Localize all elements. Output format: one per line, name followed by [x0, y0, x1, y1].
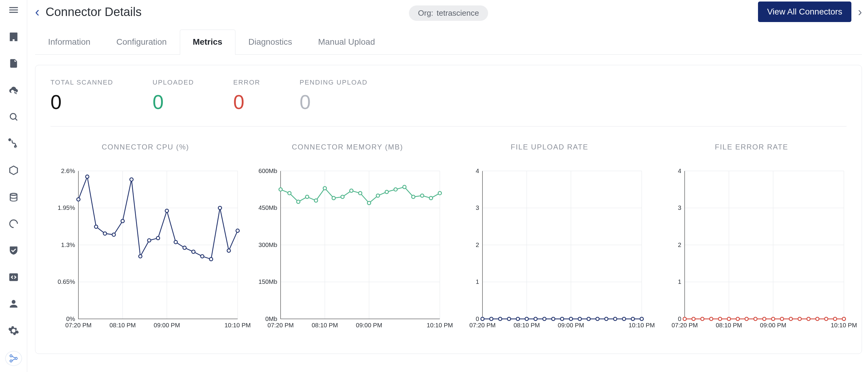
kpi-value: 0: [233, 91, 260, 113]
svg-point-67: [359, 192, 362, 195]
svg-point-100: [525, 317, 528, 321]
svg-text:10:10 PM: 10:10 PM: [629, 322, 655, 329]
kpi-error: ERROR 0: [233, 78, 260, 113]
svg-point-73: [411, 195, 415, 198]
chart-title: CONNECTOR MEMORY (MB): [253, 143, 443, 151]
chart-3: FILE ERROR RATE0123407:20 PM08:10 PM09:0…: [657, 143, 847, 337]
svg-point-61: [305, 195, 309, 198]
building-icon[interactable]: [6, 30, 21, 43]
svg-point-146: [807, 317, 810, 321]
svg-point-148: [825, 317, 828, 321]
svg-point-109: [605, 317, 608, 321]
svg-text:600Mb: 600Mb: [258, 168, 277, 174]
main-panel: ‹ Connector Details Org: tetrascience Vi…: [27, 0, 868, 372]
view-all-connectors-button[interactable]: View All Connectors: [758, 1, 851, 22]
svg-point-147: [815, 317, 819, 321]
svg-point-150: [842, 317, 845, 321]
svg-text:3: 3: [476, 204, 479, 211]
user-icon[interactable]: [6, 297, 21, 310]
chart-1: CONNECTOR MEMORY (MB)0Mb150Mb300Mb450Mb6…: [253, 143, 443, 337]
svg-text:0.65%: 0.65%: [58, 278, 75, 285]
svg-point-98: [507, 317, 511, 321]
svg-point-28: [139, 255, 142, 258]
forward-chevron-icon[interactable]: ›: [858, 5, 862, 19]
code-icon[interactable]: [6, 271, 21, 283]
svg-point-39: [236, 229, 239, 232]
database-icon[interactable]: [6, 191, 21, 203]
svg-point-21: [77, 198, 80, 201]
svg-point-66: [350, 189, 353, 192]
svg-text:08:10 PM: 08:10 PM: [716, 322, 742, 329]
menu-icon[interactable]: [6, 4, 21, 16]
svg-text:0: 0: [678, 315, 681, 322]
metrics-card: TOTAL SCANNED 0UPLOADED 0ERROR 0PENDING …: [35, 65, 862, 354]
chart-title: FILE UPLOAD RATE: [455, 143, 645, 151]
svg-text:1.3%: 1.3%: [61, 242, 75, 248]
chart-title: CONNECTOR CPU (%): [51, 143, 241, 151]
search-file-icon[interactable]: [6, 57, 21, 70]
svg-text:2: 2: [476, 242, 479, 248]
svg-point-107: [587, 317, 590, 321]
svg-point-63: [323, 187, 327, 190]
tab-information[interactable]: Information: [35, 30, 103, 55]
topbar: ‹ Connector Details Org: tetrascience Vi…: [35, 1, 862, 22]
svg-text:0%: 0%: [66, 315, 75, 322]
kpi-value: 0: [300, 91, 368, 113]
svg-text:450Mb: 450Mb: [258, 204, 277, 211]
svg-point-69: [376, 194, 379, 197]
svg-text:300Mb: 300Mb: [258, 242, 277, 248]
kpi-value: 0: [153, 91, 194, 113]
cloud-search-icon[interactable]: [6, 83, 21, 96]
tab-manual-upload[interactable]: Manual Upload: [305, 30, 388, 55]
svg-text:10:10 PM: 10:10 PM: [831, 322, 857, 329]
svg-point-133: [692, 317, 695, 321]
org-pill[interactable]: Org: tetrascience: [409, 5, 488, 21]
svg-point-99: [516, 317, 520, 321]
svg-point-31: [165, 209, 168, 212]
svg-point-74: [421, 194, 424, 197]
gear-icon[interactable]: [6, 324, 21, 337]
svg-point-142: [771, 317, 775, 321]
tabs: InformationConfigurationMetricsDiagnosti…: [35, 30, 862, 55]
kpi-value: 0: [51, 91, 113, 113]
svg-point-141: [763, 317, 766, 321]
svg-point-65: [341, 195, 344, 198]
svg-point-34: [192, 250, 195, 253]
svg-point-111: [622, 317, 626, 321]
svg-point-71: [394, 188, 397, 191]
svg-point-108: [596, 317, 599, 321]
svg-text:0Mb: 0Mb: [265, 315, 277, 322]
svg-point-102: [543, 317, 546, 321]
svg-point-138: [736, 317, 739, 321]
svg-point-38: [227, 249, 230, 252]
back-chevron-icon[interactable]: ‹: [35, 4, 41, 19]
svg-point-144: [789, 317, 793, 321]
svg-point-110: [614, 317, 617, 321]
svg-text:08:10 PM: 08:10 PM: [514, 322, 540, 329]
sidebar: [0, 0, 27, 372]
svg-point-97: [498, 317, 502, 321]
connector-graph-icon[interactable]: [5, 351, 22, 366]
cube-icon[interactable]: [6, 164, 21, 177]
flow-icon[interactable]: [6, 137, 21, 150]
svg-text:07:20 PM: 07:20 PM: [671, 322, 698, 329]
svg-point-35: [201, 255, 204, 258]
magnify-icon[interactable]: [6, 110, 21, 123]
svg-text:1: 1: [476, 278, 479, 285]
svg-point-143: [780, 317, 783, 321]
svg-point-37: [218, 206, 221, 209]
kpi-row: TOTAL SCANNED 0UPLOADED 0ERROR 0PENDING …: [51, 78, 846, 127]
svg-point-29: [148, 239, 151, 242]
svg-point-134: [701, 317, 704, 321]
tab-metrics[interactable]: Metrics: [180, 30, 236, 55]
tab-diagnostics[interactable]: Diagnostics: [236, 30, 305, 55]
progress-icon[interactable]: [6, 217, 21, 230]
tab-configuration[interactable]: Configuration: [103, 30, 180, 55]
svg-point-145: [798, 317, 801, 321]
kpi-label: PENDING UPLOAD: [300, 78, 368, 87]
svg-text:09:00 PM: 09:00 PM: [558, 322, 584, 329]
shield-check-icon[interactable]: [6, 244, 21, 257]
svg-text:08:10 PM: 08:10 PM: [312, 322, 338, 329]
svg-point-96: [490, 317, 493, 321]
svg-point-101: [534, 317, 537, 321]
